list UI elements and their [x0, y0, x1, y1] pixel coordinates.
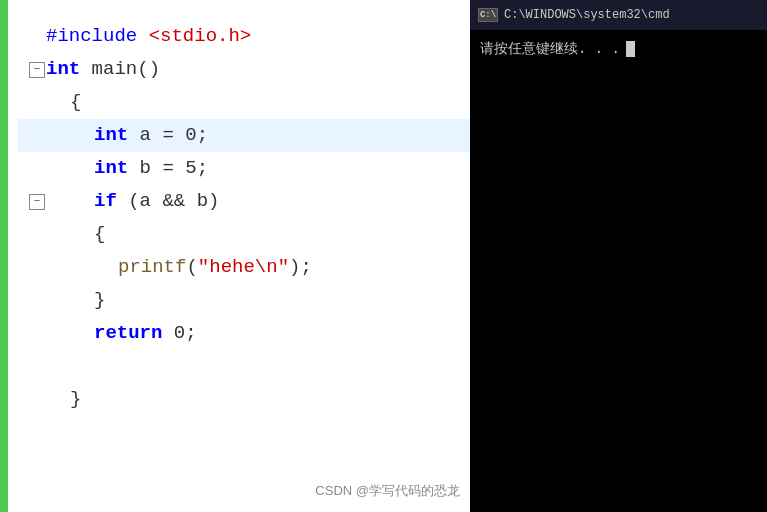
- code-line-1: −int main(): [28, 53, 460, 86]
- code-tokens-0: #include <stdio.h>: [46, 20, 251, 53]
- code-tokens-9: return 0;: [94, 317, 197, 350]
- code-line-6: {: [28, 218, 460, 251]
- code-line-5: −if (a && b): [28, 185, 460, 218]
- code-tokens-6: {: [94, 218, 105, 251]
- code-tokens-4: int b = 5;: [94, 152, 208, 185]
- terminal-icon: C:\: [478, 8, 498, 22]
- terminal-panel: C:\ C:\WINDOWS\system32\cmd 请按任意键继续. . .: [470, 0, 767, 512]
- terminal-line-1: 请按任意键继续. . .: [480, 38, 757, 60]
- editor-panel: #include <stdio.h>−int main(){int a = 0;…: [0, 0, 470, 512]
- code-line-2: {: [28, 86, 460, 119]
- code-tokens-2: {: [70, 86, 81, 119]
- code-line-8: }: [28, 284, 460, 317]
- csdn-watermark: CSDN @学写代码的恐龙: [315, 482, 460, 500]
- code-editor: #include <stdio.h>−int main(){int a = 0;…: [0, 0, 470, 512]
- terminal-title: C:\WINDOWS\system32\cmd: [504, 8, 670, 22]
- collapse-marker-1[interactable]: −: [29, 62, 45, 78]
- code-tokens-7: printf("hehe\n");: [118, 251, 312, 284]
- code-tokens-3: int a = 0;: [94, 119, 208, 152]
- terminal-text-1: 请按任意键继续. . .: [480, 38, 620, 60]
- code-line-4: int b = 5;: [28, 152, 460, 185]
- code-line-0: #include <stdio.h>: [28, 20, 460, 53]
- terminal-cursor: [626, 41, 635, 57]
- editor-content: #include <stdio.h>−int main(){int a = 0;…: [8, 0, 470, 512]
- code-line-3: int a = 0;: [18, 119, 470, 152]
- code-tokens-1: int main(): [46, 53, 160, 86]
- terminal-body: 请按任意键继续. . .: [470, 30, 767, 512]
- code-tokens-8: }: [94, 284, 105, 317]
- code-tokens-5: if (a && b): [94, 185, 219, 218]
- code-tokens-11: }: [70, 383, 81, 416]
- code-line-9: return 0;: [28, 317, 460, 350]
- code-line-11: }: [28, 383, 460, 416]
- code-line-10: [28, 350, 460, 383]
- collapse-marker-5[interactable]: −: [29, 194, 45, 210]
- terminal-titlebar: C:\ C:\WINDOWS\system32\cmd: [470, 0, 767, 30]
- code-line-7: printf("hehe\n");: [28, 251, 460, 284]
- editor-gutter: [0, 0, 8, 512]
